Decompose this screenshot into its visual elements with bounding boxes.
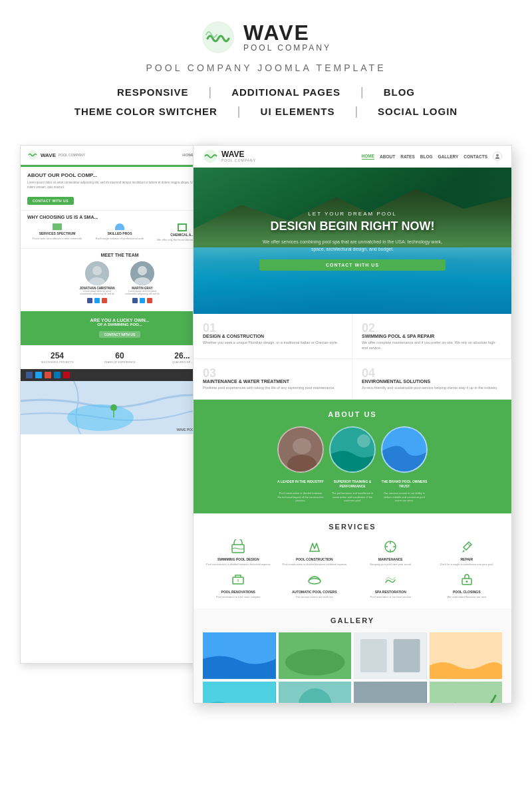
- rp-icon-renovations: [230, 571, 246, 587]
- svg-line-28: [467, 543, 470, 546]
- lp-cta-banner: ARE YOU A LUCKY OWN... OF A SWIMMING POO…: [21, 311, 219, 345]
- rp-nav-home[interactable]: HOME: [362, 154, 375, 160]
- lp-why-col-text-2: Each single solution of professional wor…: [90, 237, 150, 240]
- rp-hero: LET YOUR DREAM POOL DESIGN BEGIN RIGHT N…: [194, 168, 511, 314]
- rp-service-num-1: 01: [203, 322, 342, 334]
- lp-gp-icon: [102, 298, 107, 303]
- lp-why-col-2: SKILLED PROS Each single solution of pro…: [90, 223, 150, 241]
- sep1: |: [209, 85, 212, 99]
- rp-nav-about[interactable]: ABOUT: [380, 154, 395, 159]
- svg-rect-38: [360, 639, 387, 672]
- rp-card-renovations: POOL RENOVATIONS Pool renovation is a lo…: [203, 571, 274, 599]
- lp-member-text-1: Lorem ipsum dolor sit amet consectetur a…: [77, 290, 117, 296]
- rp-logo-name: WAVE: [221, 150, 256, 158]
- lp-map-area: WAVE POOL COMPANY: [21, 381, 219, 434]
- rp-about-desc-1: Pool construction is divided between the…: [277, 491, 324, 503]
- svg-point-1: [28, 150, 37, 160]
- wave-logo-icon: [201, 20, 235, 55]
- lp-why-icon-1: [53, 223, 62, 230]
- rp-card-title-closings: POOL CLOSINGS: [432, 590, 503, 594]
- lp-social-gp: [45, 372, 51, 378]
- rp-nav-contacts[interactable]: CONTACTS: [464, 154, 487, 159]
- svg-rect-46: [430, 682, 503, 704]
- rp-gallery-title: GALLERY: [203, 616, 502, 624]
- lp-social-fb: [26, 372, 33, 378]
- lp-why-title: WHY CHOOSING US IS A SMA...: [27, 215, 212, 219]
- rp-nav-gallery[interactable]: GALLERY: [438, 154, 459, 159]
- rp-services-title: SERVICES: [203, 523, 502, 531]
- rp-card-covers: AUTOMATIC POOL COVERS Our service covers…: [279, 571, 350, 599]
- svg-point-6: [138, 266, 147, 275]
- lp-contact-btn[interactable]: CONTACT WITH US: [27, 197, 74, 205]
- rp-card-spa: SPA RESTORATION Pool restoration is our …: [355, 571, 426, 599]
- rp-card-text-renovations: Pool renovation is a lot more complex: [203, 595, 274, 599]
- lp-stats: 254 SUCCESSFUL PROJECTS 60 YEARS OF EXPE…: [21, 345, 219, 369]
- rp-user-icon[interactable]: [493, 152, 502, 161]
- rp-service-text-3: Pooltime pool experiences with taking th…: [203, 386, 342, 391]
- rp-service-title-2: SWIMMING POOL & SPA REPAIR: [362, 334, 501, 338]
- rp-services-grid: 01 DESIGN & CONSTRUCTION Whether you see…: [194, 314, 511, 400]
- rp-card-repair: REPAIR Don't let a single circumstance r…: [432, 539, 503, 567]
- lp-why-col-title-2: SKILLED PROS: [90, 231, 150, 235]
- rp-gallery-img-2: [279, 632, 352, 679]
- page-header: WAVE POOL COMPANY POOL COMPANY JOOMLA TE…: [0, 0, 532, 145]
- sep3: |: [237, 104, 241, 118]
- rp-service-num-4: 04: [362, 367, 502, 379]
- rp-services-cards: SWIMMING POOL DESIGN Pool construction i…: [203, 539, 502, 599]
- lp-cta-subtitle: OF A SWIMMING POO...: [27, 323, 212, 327]
- lp-social-2: [122, 298, 162, 303]
- brand-name: WAVE: [243, 22, 331, 43]
- brand-sub: POOL COMPANY: [243, 43, 331, 53]
- preview-area: WAVE POOL COMPANY HOME ABOUT ABOUT OUR P…: [0, 145, 532, 710]
- rp-service-title-3: MAINTENANCE & WATER TREATMENT: [203, 379, 342, 384]
- rp-service-3: 03 MAINTENANCE & WATER TREATMENT Pooltim…: [194, 359, 352, 400]
- rp-navbar: WAVE POOL COMPANY HOME ABOUT RATES BLOG …: [194, 146, 511, 168]
- rp-gallery-img-5: [203, 682, 276, 704]
- lp-member-name-1: JONATHAN CHRISTMAN: [77, 287, 117, 290]
- lp-gp-icon-2: [147, 298, 152, 303]
- lp-why-col-1: SERVICES SPECTRUM Fusce ante urna ultric…: [27, 223, 87, 241]
- lp-stat-1: 254 SUCCESSFUL PROJECTS: [27, 351, 87, 364]
- rp-icon-pool-design: [230, 539, 246, 555]
- sep2: |: [360, 85, 364, 99]
- lp-why-col-text-1: Fusce ante urna ultrices in ante commodo: [27, 237, 87, 240]
- lp-tw-icon: [94, 298, 100, 303]
- feature-additional-pages: ADDITIONAL PAGES: [231, 86, 340, 98]
- rp-gallery-img-8: [430, 682, 503, 704]
- lp-cta-btn[interactable]: CONTACT WITH US: [99, 331, 141, 338]
- lp-logo-sub: POOL COMPANY: [59, 154, 85, 157]
- rp-card-text-spa: Pool restoration is our best service: [355, 595, 426, 599]
- lp-tw-icon-2: [140, 298, 145, 303]
- right-preview: WAVE POOL COMPANY HOME ABOUT RATES BLOG …: [193, 145, 512, 704]
- lp-avatar-img-1: [85, 261, 109, 285]
- svg-point-14: [495, 157, 499, 159]
- lp-why-col-title-1: SERVICES SPECTRUM: [27, 231, 87, 235]
- rp-about-desc-2: The performance and excellence in constr…: [329, 491, 376, 503]
- rp-card-title-pool-design: SWIMMING POOL DESIGN: [203, 557, 274, 561]
- rp-service-text-1: Whether you seek a unique Floridian desi…: [203, 340, 342, 346]
- rp-service-title-4: ENVIRONMENTAL SOLUTIONS: [362, 379, 502, 384]
- rp-card-text-maintenance: Keeping your pool care year round: [355, 563, 426, 567]
- rp-service-num-2: 02: [362, 322, 501, 334]
- lp-fb-icon-2: [132, 298, 138, 303]
- svg-point-16: [293, 438, 311, 454]
- rp-card-title-repair: REPAIR: [432, 557, 503, 561]
- lp-avatar-1: [85, 261, 109, 285]
- rp-hero-btn[interactable]: CONTACT WITH US: [259, 259, 446, 271]
- rp-hero-content: LET YOUR DREAM POOL DESIGN BEGIN RIGHT N…: [246, 198, 459, 285]
- rp-services-section: SERVICES SWIMMING POOL DESIGN Pool const…: [194, 513, 511, 608]
- rp-hero-tag: LET YOUR DREAM POOL: [259, 211, 446, 217]
- rp-nav-rates[interactable]: RATES: [400, 154, 415, 159]
- rp-nav-blog[interactable]: BLOG: [420, 154, 433, 159]
- lp-social-li: [54, 372, 61, 378]
- rp-card-maintenance: MAINTENANCE Keeping your pool care year …: [355, 539, 426, 567]
- svg-point-17: [287, 455, 317, 473]
- svg-point-19: [357, 434, 370, 448]
- lp-stat-num-2: 60: [90, 351, 150, 360]
- rp-icon-covers: [307, 571, 323, 587]
- lp-navbar: WAVE POOL COMPANY HOME ABOUT: [21, 146, 219, 165]
- rp-card-text-pool-design: Pool construction is divided between tec…: [203, 563, 274, 567]
- lp-fb-icon: [87, 298, 92, 303]
- lp-stat-label-1: SUCCESSFUL PROJECTS: [27, 360, 87, 364]
- rp-logo-area: WAVE POOL COMPANY: [203, 149, 256, 164]
